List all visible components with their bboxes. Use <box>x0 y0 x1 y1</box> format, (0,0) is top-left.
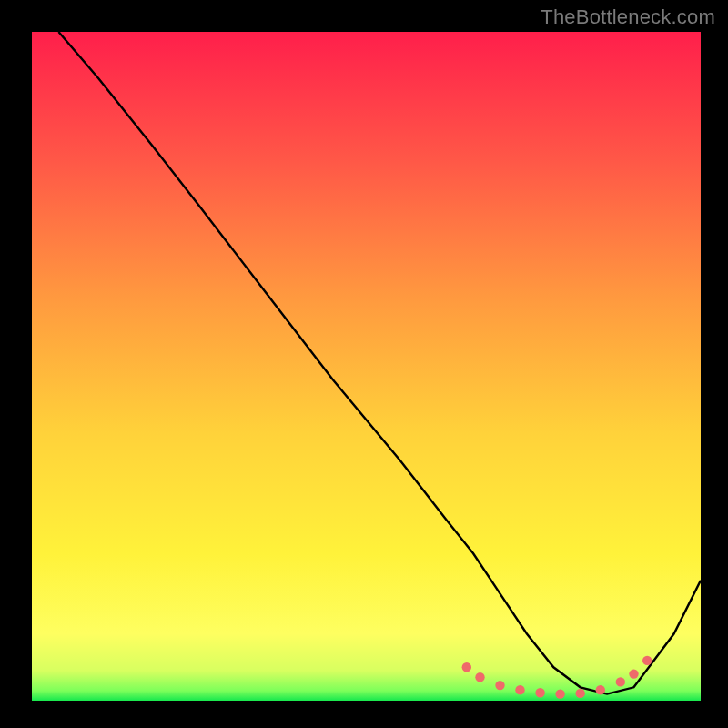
attribution-text: TheBottleneck.com <box>541 5 715 29</box>
marker-dot <box>495 681 504 690</box>
marker-dot <box>629 669 638 678</box>
bottleneck-chart <box>0 0 728 728</box>
marker-dot <box>616 677 625 686</box>
marker-dot <box>475 672 484 682</box>
marker-dot <box>555 689 564 698</box>
marker-dot <box>515 685 524 694</box>
marker-dot <box>462 662 471 672</box>
chart-frame: TheBottleneck.com <box>0 0 728 728</box>
plot-background <box>32 32 701 701</box>
marker-dot <box>535 688 544 697</box>
marker-dot <box>596 685 605 694</box>
marker-dot <box>642 656 652 665</box>
marker-dot <box>576 689 585 698</box>
